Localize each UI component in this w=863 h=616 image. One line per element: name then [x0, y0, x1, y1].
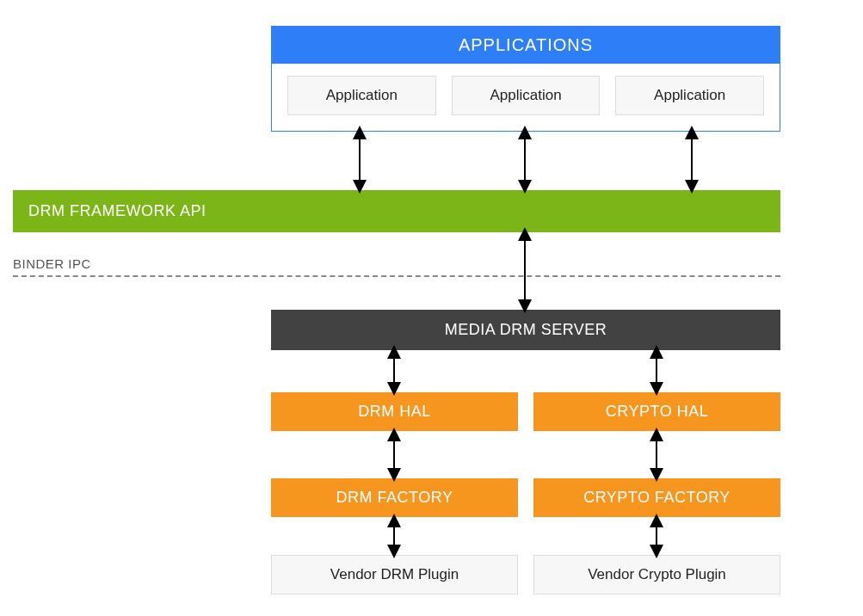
vendor-crypto-plugin-box: Vendor Crypto Plugin — [533, 555, 780, 594]
binder-ipc-label: BINDER IPC — [13, 256, 91, 271]
vendor-drm-plugin-box: Vendor DRM Plugin — [271, 555, 518, 594]
binder-ipc-line — [13, 275, 780, 277]
applications-row: Application Application Application — [272, 64, 780, 131]
application-box: Application — [615, 76, 764, 115]
applications-container: APPLICATIONS Application Application App… — [271, 26, 780, 132]
application-box: Application — [287, 76, 436, 115]
drm-factory-box: DRM FACTORY — [271, 478, 518, 517]
crypto-hal-box: CRYPTO HAL — [533, 392, 780, 431]
application-box: Application — [452, 76, 601, 115]
media-drm-server-bar: MEDIA DRM SERVER — [271, 310, 780, 350]
crypto-factory-box: CRYPTO FACTORY — [533, 478, 780, 517]
applications-header: APPLICATIONS — [272, 27, 780, 64]
drm-hal-box: DRM HAL — [271, 392, 518, 431]
drm-framework-api-bar: DRM FRAMEWORK API — [13, 190, 780, 232]
